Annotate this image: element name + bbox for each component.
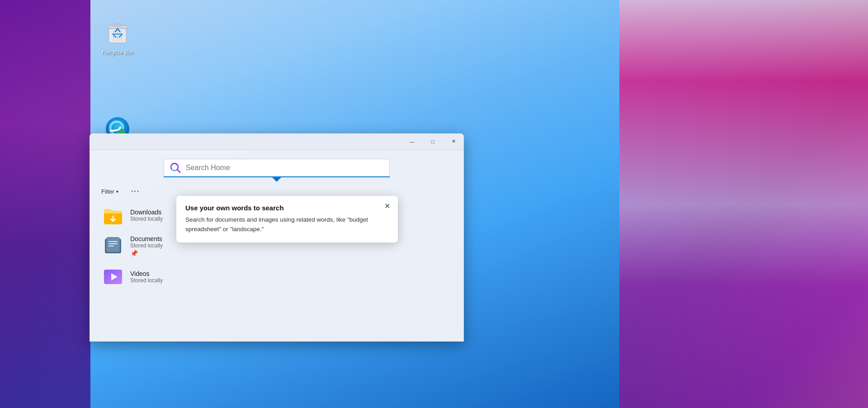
search-input[interactable] bbox=[186, 164, 384, 172]
recycle-bin-icon-item[interactable]: Recycle Bin bbox=[99, 18, 136, 56]
search-bar bbox=[164, 159, 390, 182]
recycle-bin-label: Recycle Bin bbox=[102, 49, 133, 56]
search-input-row bbox=[164, 159, 390, 176]
videos-file-info: Videos Stored locally bbox=[130, 270, 163, 284]
search-area bbox=[90, 150, 464, 182]
filter-label: Filter bbox=[101, 188, 114, 195]
svg-rect-2 bbox=[114, 24, 121, 26]
downloads-folder-icon bbox=[102, 204, 124, 226]
minimize-button[interactable]: — bbox=[401, 133, 422, 150]
documents-name: Documents bbox=[130, 235, 163, 242]
search-tooltip-popup: ✕ Use your own words to search Search fo… bbox=[176, 196, 398, 242]
videos-sub: Stored locally bbox=[130, 277, 163, 284]
search-caret-bubble bbox=[272, 177, 281, 182]
tooltip-close-button[interactable]: ✕ bbox=[382, 200, 392, 211]
downloads-file-info: Downloads Stored locally bbox=[130, 209, 163, 222]
pin-icon: 📌 bbox=[130, 250, 163, 257]
documents-file-info: Documents Stored locally 📌 bbox=[130, 235, 163, 257]
svg-line-9 bbox=[177, 170, 180, 172]
videos-folder-icon bbox=[102, 266, 124, 288]
downloads-sub: Stored locally bbox=[130, 216, 163, 222]
close-button[interactable]: ✕ bbox=[443, 133, 464, 150]
recycle-bin-icon bbox=[103, 18, 132, 47]
documents-sub: Stored locally bbox=[130, 242, 163, 249]
more-options-button[interactable]: ··· bbox=[127, 185, 144, 197]
tooltip-title: Use your own words to search bbox=[185, 204, 389, 212]
search-icon-button[interactable] bbox=[170, 162, 181, 174]
downloads-name: Downloads bbox=[130, 209, 163, 216]
tooltip-body: Search for documents and images using re… bbox=[185, 215, 389, 234]
window-titlebar: — □ ✕ bbox=[90, 133, 464, 150]
filter-button[interactable]: Filter ▾ bbox=[97, 186, 123, 197]
maximize-button[interactable]: □ bbox=[422, 133, 443, 150]
list-item[interactable]: Videos Stored locally bbox=[97, 262, 457, 291]
filter-chevron-icon: ▾ bbox=[116, 189, 118, 194]
window-controls: — □ ✕ bbox=[401, 133, 464, 150]
videos-name: Videos bbox=[130, 270, 163, 277]
documents-folder-icon bbox=[102, 235, 124, 257]
window-body: Filter ▾ ··· Downloads Stored locally bbox=[90, 150, 464, 342]
